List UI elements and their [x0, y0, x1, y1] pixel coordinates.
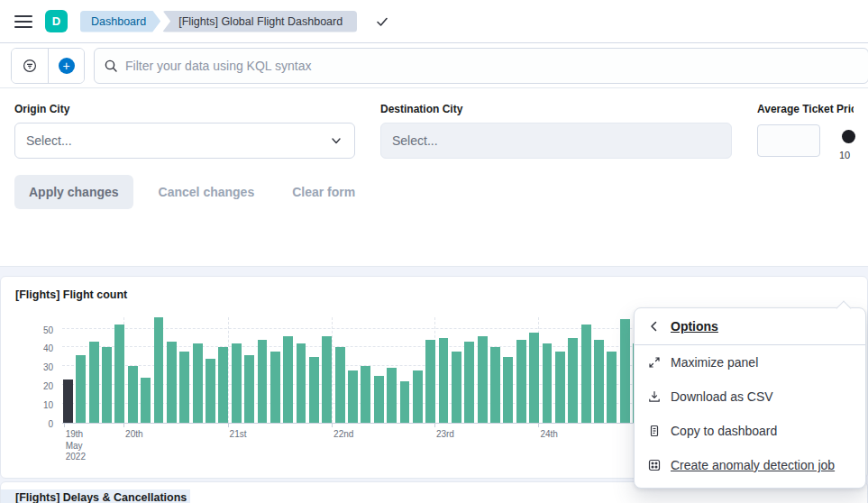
- menu-item-create-anomaly-detection-job[interactable]: Create anomaly detection job: [635, 448, 865, 482]
- chart-bar[interactable]: [529, 333, 539, 423]
- delays-panel-title[interactable]: [Flights] Delays & Cancellations: [1, 489, 190, 503]
- price-min-input[interactable]: [757, 124, 820, 157]
- maximize-icon: [647, 355, 662, 370]
- chart-bar[interactable]: [270, 352, 280, 423]
- saved-state-check-icon[interactable]: [375, 14, 389, 29]
- chart-bar[interactable]: [490, 347, 500, 423]
- menu-item-copy-to-dashboard[interactable]: Copy to dashboard: [635, 414, 865, 448]
- copy-icon: [647, 424, 662, 438]
- origin-city-label: Origin City: [14, 103, 355, 115]
- chevron-down-icon: [329, 133, 343, 148]
- chart-bar[interactable]: [374, 376, 384, 423]
- add-control-button[interactable]: +: [48, 49, 84, 83]
- chart-bar[interactable]: [464, 342, 474, 423]
- kql-search-input[interactable]: [125, 59, 859, 73]
- chart-bar[interactable]: [167, 342, 177, 423]
- chart-bar[interactable]: [179, 352, 189, 423]
- breadcrumb-dashboard[interactable]: Dashboard: [80, 11, 160, 32]
- machine-learning-icon: [647, 458, 662, 472]
- chart-bar[interactable]: [425, 340, 435, 423]
- search-icon: [104, 59, 118, 73]
- kql-search-box[interactable]: [94, 48, 868, 84]
- chart-bar[interactable]: [76, 355, 86, 423]
- app-logo[interactable]: D: [45, 10, 68, 32]
- chart-bar[interactable]: [154, 317, 164, 423]
- destination-city-label: Destination City: [380, 103, 732, 115]
- destination-city-field: Destination City Select...: [380, 103, 732, 159]
- chart-bar[interactable]: [348, 370, 358, 424]
- chart-bar[interactable]: [581, 325, 591, 423]
- clear-form-button[interactable]: Clear form: [279, 175, 368, 209]
- chart-bar[interactable]: [568, 338, 578, 423]
- chart-bar[interactable]: [452, 352, 461, 423]
- chart-bar[interactable]: [244, 355, 254, 423]
- chart-bar[interactable]: [555, 352, 565, 423]
- origin-city-field: Origin City Select...: [14, 103, 355, 159]
- chart-bar[interactable]: [297, 343, 306, 423]
- chart-bar[interactable]: [206, 359, 215, 423]
- chevron-left-icon: [647, 319, 662, 334]
- chart-bar[interactable]: [516, 340, 526, 423]
- chart-bar[interactable]: [283, 336, 293, 423]
- breadcrumb-current-dashboard[interactable]: [Flights] Global Flight Dashboard: [162, 11, 357, 32]
- dashboard-controls-panel: Origin City Select... Destination City S…: [0, 88, 868, 267]
- menu-item-maximize-panel[interactable]: Maximize panel: [635, 345, 865, 380]
- y-axis: 01020304050: [1, 317, 59, 424]
- chart-bar[interactable]: [114, 325, 124, 423]
- destination-city-select[interactable]: Select...: [380, 123, 732, 159]
- filter-control-group: +: [11, 48, 85, 84]
- chart-bar[interactable]: [258, 340, 268, 423]
- chart-bar[interactable]: [232, 343, 242, 423]
- chart-bar[interactable]: [439, 338, 449, 423]
- plus-icon: +: [59, 58, 75, 74]
- chart-bar[interactable]: [400, 381, 410, 423]
- menu-item-download-csv[interactable]: Download as CSV: [635, 380, 865, 414]
- chart-bar[interactable]: [141, 378, 151, 423]
- chart-bar[interactable]: [128, 366, 138, 423]
- query-bar: +: [0, 43, 868, 88]
- average-ticket-price-field: Average Ticket Price 10: [757, 103, 854, 159]
- chart-bar[interactable]: [63, 380, 73, 423]
- chart-bar[interactable]: [335, 347, 345, 423]
- cancel-changes-button[interactable]: Cancel changes: [146, 175, 268, 209]
- slider-thumb[interactable]: [842, 130, 855, 143]
- flight-count-panel-title[interactable]: [Flights] Flight count: [1, 284, 134, 301]
- apply-changes-button[interactable]: Apply changes: [14, 175, 133, 209]
- chart-bar[interactable]: [322, 336, 332, 423]
- panel-options-menu: Options Maximize panel Download as CSV C…: [634, 307, 866, 489]
- chart-bar[interactable]: [607, 352, 617, 423]
- options-back-button[interactable]: Options: [635, 308, 865, 344]
- chart-bar[interactable]: [543, 343, 553, 423]
- controls-buttons-row: Apply changes Cancel changes Clear form: [14, 175, 854, 209]
- average-ticket-price-label: Average Ticket Price: [757, 103, 854, 115]
- top-navigation-bar: D Dashboard [Flights] Global Flight Dash…: [0, 0, 868, 43]
- chart-bar[interactable]: [193, 343, 203, 423]
- chart-bar[interactable]: [594, 340, 604, 423]
- chart-bar[interactable]: [102, 347, 112, 423]
- chart-bar[interactable]: [309, 357, 319, 423]
- breadcrumb: Dashboard [Flights] Global Flight Dashbo…: [80, 11, 357, 32]
- price-range-slider: 10: [757, 123, 854, 159]
- menu-hamburger-icon[interactable]: [14, 15, 32, 28]
- chart-bar[interactable]: [503, 357, 513, 423]
- filter-options-button[interactable]: [12, 49, 48, 83]
- slider-tick-label: 10: [839, 150, 850, 160]
- chart-bar[interactable]: [361, 366, 370, 423]
- chart-bar[interactable]: [387, 368, 397, 423]
- origin-city-select[interactable]: Select...: [14, 123, 355, 159]
- chart-bar[interactable]: [89, 342, 99, 423]
- chart-bar[interactable]: [413, 370, 423, 424]
- chart-bar[interactable]: [620, 319, 630, 423]
- chart-bar[interactable]: [218, 347, 228, 423]
- download-icon: [647, 389, 662, 404]
- chart-bar[interactable]: [478, 336, 488, 423]
- filter-icon: [23, 59, 37, 73]
